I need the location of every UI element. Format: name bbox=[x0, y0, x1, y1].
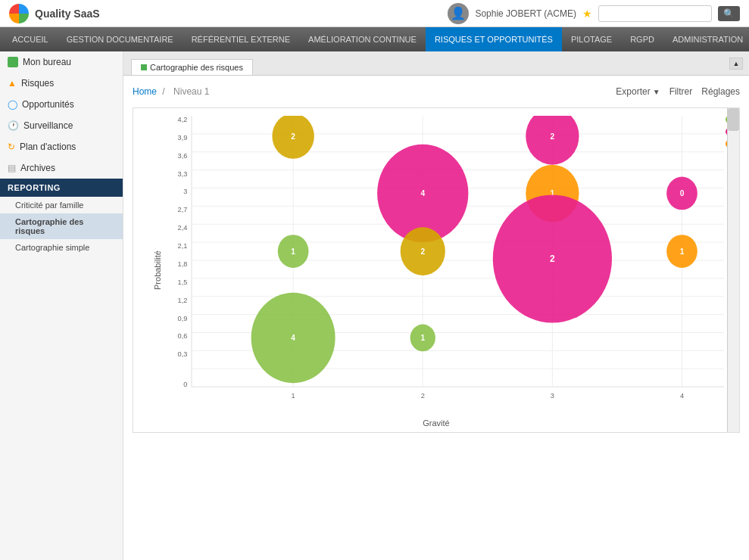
action-icon: ↻ bbox=[8, 142, 15, 152]
page-content: Home / Niveau 1 Exporter ▼ Filtrer Régla… bbox=[123, 76, 749, 560]
sidebar-label-plan-actions: Plan d'actions bbox=[20, 142, 76, 152]
svg-text:2: 2 bbox=[291, 131, 295, 140]
cartographie-simple-label: Cartographie simple bbox=[15, 243, 89, 252]
breadcrumb: Home / Niveau 1 bbox=[133, 86, 212, 97]
svg-text:4: 4 bbox=[680, 391, 685, 400]
cartographie-risques-label: Cartographie des risques bbox=[15, 217, 115, 235]
svg-text:0: 0 bbox=[680, 188, 685, 198]
svg-text:4: 4 bbox=[420, 188, 425, 198]
svg-text:2,7: 2,7 bbox=[178, 205, 188, 213]
content-wrapper: Mon bureau ▲ Risques ◯ Opportunités 🕐 Su… bbox=[0, 51, 749, 560]
svg-text:3: 3 bbox=[551, 391, 554, 400]
circle-icon: ◯ bbox=[8, 99, 17, 110]
svg-text:3,3: 3,3 bbox=[178, 169, 188, 177]
export-button[interactable]: Exporter ▼ bbox=[616, 86, 660, 97]
breadcrumb-row: Home / Niveau 1 Exporter ▼ Filtrer Régla… bbox=[133, 82, 740, 104]
svg-text:1: 1 bbox=[292, 391, 295, 400]
sidebar-item-surveillance[interactable]: 🕐 Surveillance bbox=[0, 115, 123, 136]
svg-text:4: 4 bbox=[291, 333, 295, 342]
page-up-button[interactable]: ▲ bbox=[729, 58, 743, 70]
svg-text:1: 1 bbox=[680, 247, 685, 256]
sidebar-item-archives[interactable]: ▤ Archives bbox=[0, 157, 123, 179]
actions-row: Exporter ▼ Filtrer Réglages bbox=[616, 86, 740, 97]
tab-cartographie-risques[interactable]: Cartographie des risques bbox=[131, 59, 253, 75]
svg-text:1: 1 bbox=[291, 247, 295, 256]
svg-text:4,2: 4,2 bbox=[178, 116, 188, 123]
reporting-label: REPORTING bbox=[8, 183, 61, 192]
sidebar-item-opportunites[interactable]: ◯ Opportunités bbox=[0, 94, 123, 115]
x-axis-label: Gravité bbox=[423, 418, 449, 428]
top-bar-right: 👤 Sophie JOBERT (ACME) ★ 🔍 bbox=[448, 3, 740, 24]
criticite-label: Criticité par famille bbox=[15, 201, 83, 210]
star-icon[interactable]: ★ bbox=[582, 8, 592, 20]
nav-referentiel[interactable]: RÉFÉRENTIEL EXTERNE bbox=[183, 27, 299, 51]
export-label: Exporter bbox=[616, 86, 650, 97]
logo bbox=[9, 4, 29, 23]
svg-text:2,4: 2,4 bbox=[178, 223, 188, 232]
filter-label: Filtrer bbox=[669, 86, 693, 97]
sidebar-item-plan-actions[interactable]: ↻ Plan d'actions bbox=[0, 136, 123, 157]
reporting-section-header: REPORTING bbox=[0, 179, 123, 197]
sidebar-label-opportunites: Opportunités bbox=[22, 99, 74, 110]
svg-text:0,3: 0,3 bbox=[178, 350, 188, 358]
sidebar-sub-cartographie-simple[interactable]: Cartographie simple bbox=[0, 239, 123, 256]
sidebar-sub-cartographie-risques[interactable]: Cartographie des risques bbox=[0, 213, 123, 239]
chart-scrollbar[interactable] bbox=[727, 108, 739, 432]
sidebar-label-archives: Archives bbox=[20, 163, 55, 173]
nav-accueil[interactable]: ACCUEIL bbox=[3, 27, 58, 51]
search-button[interactable]: 🔍 bbox=[718, 6, 740, 21]
clock-icon: 🕐 bbox=[8, 120, 19, 131]
svg-text:0: 0 bbox=[183, 380, 187, 388]
main-area: Cartographie des risques ▲ Home / Niveau… bbox=[123, 51, 749, 560]
filter-button[interactable]: Filtrer bbox=[669, 86, 693, 97]
breadcrumb-current: Niveau 1 bbox=[173, 86, 209, 97]
archive-icon: ▤ bbox=[8, 163, 16, 173]
sidebar-item-mon-bureau[interactable]: Mon bureau bbox=[0, 51, 123, 73]
sidebar: Mon bureau ▲ Risques ◯ Opportunités 🕐 Su… bbox=[0, 51, 123, 560]
svg-text:3: 3 bbox=[183, 187, 187, 195]
search-input[interactable] bbox=[598, 5, 712, 22]
tab-bar: Cartographie des risques ▲ bbox=[123, 51, 749, 76]
y-axis-label: Probabilité bbox=[153, 250, 162, 290]
svg-text:3,6: 3,6 bbox=[178, 151, 188, 159]
nav-gestion-doc[interactable]: GESTION DOCUMENTAIRE bbox=[58, 27, 183, 51]
svg-text:1,8: 1,8 bbox=[178, 260, 188, 268]
top-bar-left: Quality SaaS bbox=[9, 4, 100, 23]
main-nav: ACCUEIL GESTION DOCUMENTAIRE RÉFÉRENTIEL… bbox=[0, 27, 749, 51]
svg-text:0,6: 0,6 bbox=[178, 331, 188, 340]
top-bar: Quality SaaS 👤 Sophie JOBERT (ACME) ★ 🔍 bbox=[0, 0, 749, 27]
svg-text:1,5: 1,5 bbox=[178, 278, 188, 286]
svg-text:2: 2 bbox=[551, 131, 555, 140]
tab-icon bbox=[141, 64, 147, 70]
nav-pilotage[interactable]: PILOTAGE bbox=[562, 27, 621, 51]
sidebar-label-risques: Risques bbox=[21, 78, 54, 89]
nav-amelioration[interactable]: AMÉLIORATION CONTINUE bbox=[299, 27, 426, 51]
sidebar-label-mon-bureau: Mon bureau bbox=[23, 57, 71, 67]
chart-svg: 4,2 3,9 3,6 3,3 3 2,7 2,4 2,1 1,8 1,5 1,… bbox=[164, 116, 724, 402]
app-title: Quality SaaS bbox=[35, 8, 100, 20]
breadcrumb-home[interactable]: Home bbox=[133, 86, 157, 97]
svg-text:2: 2 bbox=[550, 254, 555, 264]
svg-text:2: 2 bbox=[420, 247, 425, 256]
nav-risques[interactable]: RISQUES ET OPPORTUNITÉS bbox=[426, 27, 562, 51]
triangle-icon: ▲ bbox=[8, 78, 17, 89]
chart-container: Probabilité bbox=[133, 107, 740, 433]
svg-text:2: 2 bbox=[421, 391, 425, 400]
user-avatar: 👤 bbox=[448, 3, 469, 24]
svg-text:2,1: 2,1 bbox=[178, 241, 188, 250]
green-square-icon bbox=[8, 57, 18, 67]
tab-label: Cartographie des risques bbox=[150, 63, 243, 72]
user-name: Sophie JOBERT (ACME) bbox=[475, 8, 576, 19]
sidebar-item-risques[interactable]: ▲ Risques bbox=[0, 73, 123, 94]
sidebar-sub-criticite[interactable]: Criticité par famille bbox=[0, 197, 123, 213]
svg-text:0,9: 0,9 bbox=[178, 313, 188, 322]
scroll-handle[interactable] bbox=[728, 108, 739, 131]
export-dropdown-icon: ▼ bbox=[653, 88, 660, 96]
nav-rgpd[interactable]: RGPD bbox=[621, 27, 663, 51]
breadcrumb-separator: / bbox=[162, 86, 164, 97]
svg-text:1,2: 1,2 bbox=[178, 295, 188, 303]
settings-button[interactable]: Réglages bbox=[701, 86, 740, 97]
nav-administration[interactable]: ADMINISTRATION bbox=[663, 27, 749, 51]
svg-text:1: 1 bbox=[420, 333, 425, 342]
sidebar-label-surveillance: Surveillance bbox=[23, 120, 73, 131]
